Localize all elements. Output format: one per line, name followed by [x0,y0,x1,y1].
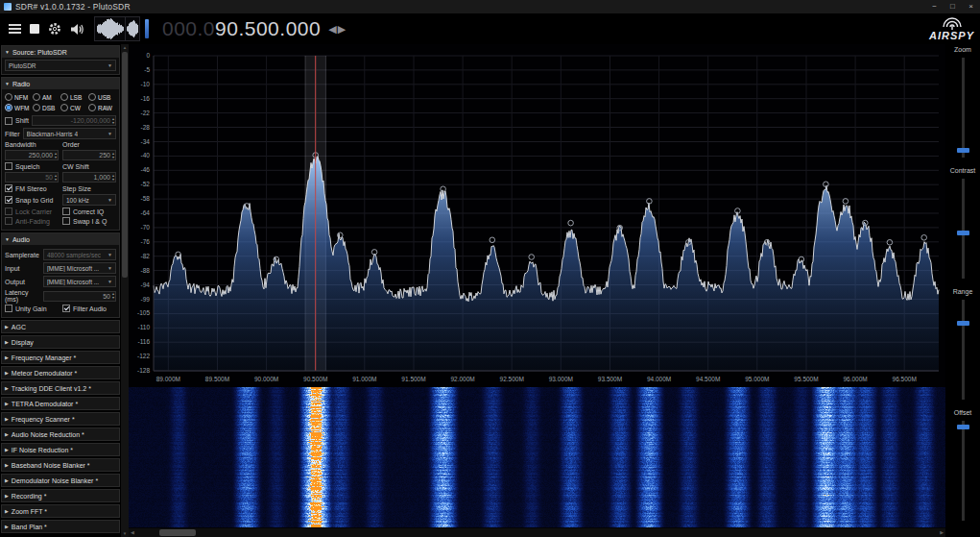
mode-raw[interactable]: RAW [88,104,116,111]
volume-slider[interactable] [145,19,149,38]
mode-am[interactable]: AM [33,93,60,101]
order-input[interactable]: 250 ▴▾ [62,150,116,160]
panel-tracking-dde-client-v1-2[interactable]: ▶Tracking DDE Client v1.2 * [1,381,120,395]
audio-panel-header[interactable]: ▼ Audio [2,233,119,245]
close-button[interactable]: × [962,0,980,13]
audio-input-dropdown[interactable]: [MME] Microsoft ... ▼ [43,262,116,274]
settings-gear-icon[interactable] [48,22,61,36]
panel-tetra-demodulator[interactable]: ▶TETRA Demodulator * [1,397,120,410]
panel-frequency-manager[interactable]: ▶Frequency Manager * [1,351,120,364]
bandwidth-input[interactable]: 250,000 ▴▾ [5,150,59,160]
filter-dropdown[interactable]: Blackman-Harris 4 ▼ [23,128,116,139]
panel-meteor-demodulator[interactable]: ▶Meteor Demodulator * [1,366,120,379]
zoom-slider-thumb[interactable] [957,148,969,153]
squelch-input[interactable]: 50 ▴▾ [5,172,59,183]
source-device-dropdown[interactable]: PlutoSDR ▼ [5,60,116,71]
mode-lsb[interactable]: LSB [60,93,88,101]
spinner-buttons[interactable]: ▴▾ [112,152,114,159]
panel-title: Frequency Manager * [12,354,76,361]
panel-display[interactable]: ▶Display [1,335,120,349]
titlebar[interactable]: SDR# v1.0.0.1732 - PlutoSDR − □ × [0,0,980,13]
scroll-right-icon[interactable]: ▶ [940,528,944,537]
radio-button[interactable] [5,93,12,101]
step-size-dropdown[interactable]: 100 kHz ▼ [62,194,116,206]
mode-dsb[interactable]: DSB [33,104,60,111]
frequency-scrollbar[interactable]: ◀ ▶ [129,528,945,537]
sidebar-scrollbar[interactable]: ▲ ▼ [121,44,129,537]
unity-gain-checkbox[interactable] [5,305,12,312]
tune-step-buttons[interactable]: ◀▶ [328,23,347,36]
contrast-slider[interactable] [962,179,965,279]
window-title: SDR# v1.0.0.1732 - PlutoSDR [15,2,131,12]
swap-iq-checkbox[interactable] [62,217,70,225]
panel-recording[interactable]: ▶Recording * [1,489,120,502]
radio-button[interactable] [33,93,40,101]
frequency-display[interactable]: 000.090.500.000 [162,17,321,40]
demodulation-mode-grid: NFMAMLSBUSBWFMDSBCWRAW [5,93,116,111]
chevron-right-icon: ▶ [5,416,9,422]
app-icon [4,3,12,11]
spinner-buttons[interactable]: ▴▾ [112,174,114,181]
zoom-slider[interactable] [962,58,965,158]
radio-button[interactable] [60,104,68,111]
radio-button[interactable] [33,104,40,111]
samplerate-dropdown[interactable]: 48000 samples/sec ▼ [43,249,116,260]
menu-icon[interactable] [9,24,21,34]
contrast-slider-thumb[interactable] [957,231,969,235]
panel-zoom-fft[interactable]: ▶Zoom FFT * [1,504,120,518]
stop-button[interactable] [30,24,39,34]
svg-text:-34: -34 [141,138,151,145]
panel-demodulator-noise-blanker[interactable]: ▶Demodulator Noise Blanker * [1,474,120,487]
audio-output-dropdown[interactable]: [MME] Microsoft ... ▼ [43,276,116,287]
panel-frequency-scanner[interactable]: ▶Frequency Scanner * [1,412,120,426]
offset-slider-thumb[interactable] [957,425,969,429]
mode-usb[interactable]: USB [88,93,116,101]
panel-baseband-noise-blanker[interactable]: ▶Baseband Noise Blanker * [1,458,120,472]
radio-button[interactable] [5,104,12,111]
speaker-icon[interactable] [70,23,84,36]
radio-panel-header[interactable]: ▼ Radio [2,78,119,89]
mode-cw[interactable]: CW [60,104,88,111]
range-slider[interactable] [962,300,965,400]
spinner-buttons[interactable]: ▴▾ [55,152,57,159]
latency-input[interactable]: 50 ▴▾ [43,291,116,302]
svg-text:92.500M: 92.500M [500,376,524,382]
frequency-scrollbar-thumb[interactable] [159,529,196,536]
cw-shift-input[interactable]: 1,000 ▴▾ [62,172,116,183]
samplerate-label: Samplerate [5,252,40,258]
sidebar-scrollbar-thumb[interactable] [122,52,128,278]
anti-fading-checkbox[interactable] [5,217,12,225]
panel-if-noise-reduction[interactable]: ▶IF Noise Reduction * [1,443,120,456]
correct-iq-checkbox[interactable] [62,207,70,215]
fm-stereo-checkbox[interactable] [5,184,12,192]
snap-to-grid-checkbox[interactable] [5,196,12,204]
waterfall-display[interactable] [129,387,945,527]
scroll-left-icon[interactable]: ◀ [131,528,134,537]
scroll-down-icon[interactable]: ▼ [121,531,129,536]
squelch-checkbox[interactable] [5,162,12,170]
radio-button[interactable] [88,104,96,111]
maximize-button[interactable]: □ [944,0,962,13]
spectrum-display[interactable]: 0-5-10-16-22-28-34-40-46-52-58-64-70-76-… [129,44,945,387]
shift-input[interactable]: -120,000,000 ▴▾ [32,115,116,126]
panel-band-plan[interactable]: ▶Band Plan * [1,520,120,533]
scroll-up-icon[interactable]: ▲ [121,45,129,50]
mode-label: RAW [98,105,112,111]
mode-wfm[interactable]: WFM [5,104,33,111]
radio-button[interactable] [88,93,96,101]
spinner-buttons[interactable]: ▴▾ [112,292,114,299]
minimize-button[interactable]: − [925,0,944,13]
source-panel-header[interactable]: ▼ Source: PlutoSDR [2,46,119,58]
spinner-buttons[interactable]: ▴▾ [112,117,114,124]
mode-nfm[interactable]: NFM [5,93,33,101]
radio-button[interactable] [60,93,68,101]
panel-title: Baseband Noise Blanker * [12,462,90,469]
lock-carrier-checkbox[interactable] [5,207,12,215]
shift-checkbox[interactable] [5,117,12,125]
offset-slider[interactable] [962,421,965,521]
range-slider-thumb[interactable] [957,321,969,326]
filter-audio-checkbox[interactable] [62,305,70,312]
panel-agc[interactable]: ▶AGC [1,320,120,333]
panel-audio-noise-reduction[interactable]: ▶Audio Noise Reduction * [1,427,120,441]
spinner-buttons[interactable]: ▴▾ [55,174,57,181]
